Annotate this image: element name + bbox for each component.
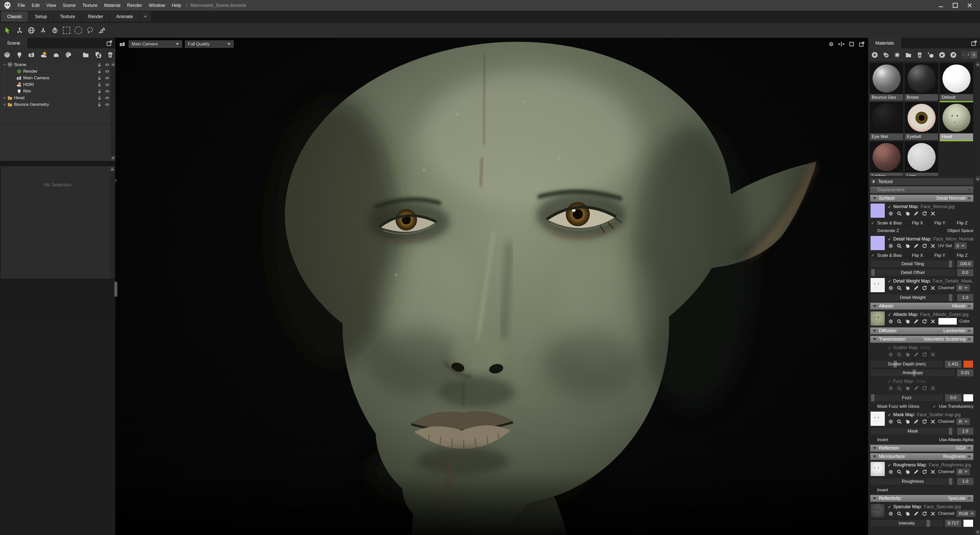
- map-filename[interactable]: Face_Micro_Normal.jp: [933, 237, 974, 242]
- reload-icon[interactable]: [921, 351, 928, 357]
- visibility-icon[interactable]: [105, 102, 110, 107]
- material-brows[interactable]: Brows: [905, 63, 938, 101]
- clear-icon[interactable]: [930, 385, 936, 391]
- lasso-tool[interactable]: [85, 25, 95, 35]
- map-filename[interactable]: Face_Albedo_Green.jpg: [920, 312, 969, 317]
- preview-sphere-icon[interactable]: [904, 511, 911, 517]
- slider-value[interactable]: 0.0: [957, 269, 974, 276]
- map-thumbnail-checker[interactable]: [870, 378, 885, 393]
- section-mode-value[interactable]: GGX: [956, 446, 966, 451]
- slider-track[interactable]: Detail Weight: [870, 294, 955, 302]
- split-view-icon[interactable]: [838, 41, 845, 48]
- popout-panel-icon[interactable]: [971, 40, 977, 46]
- tree-item-bounce-geometry[interactable]: +Bounce Geometry: [0, 101, 115, 108]
- settings-icon[interactable]: [888, 318, 894, 324]
- slider-value[interactable]: 1.0: [957, 428, 974, 435]
- search-icon[interactable]: [896, 419, 902, 425]
- size-plus[interactable]: +: [971, 51, 977, 59]
- material-default[interactable]: Default: [940, 63, 973, 101]
- slider-track[interactable]: Intensity: [870, 519, 943, 527]
- properties-scrollbar[interactable]: [110, 166, 115, 278]
- menu-window[interactable]: Window: [145, 0, 169, 11]
- close-button[interactable]: [966, 2, 974, 9]
- section-mode-value[interactable]: Detail Normals: [936, 195, 966, 201]
- uvset-dropdown[interactable]: 0: [954, 243, 967, 249]
- checkbox-box[interactable]: [905, 253, 910, 258]
- lock-icon[interactable]: [97, 82, 102, 87]
- material-lashes[interactable]: Lashes: [870, 141, 903, 179]
- checkbox-box[interactable]: ✓: [870, 253, 875, 258]
- settings-icon[interactable]: [888, 419, 894, 425]
- slider-value[interactable]: 0.0: [945, 394, 961, 402]
- checkbox-box[interactable]: [928, 221, 932, 225]
- menu-help[interactable]: Help: [169, 0, 185, 11]
- search-icon[interactable]: [896, 318, 902, 324]
- map-thumbnail-normal2[interactable]: [870, 236, 885, 251]
- clear-icon[interactable]: [930, 210, 936, 216]
- map-filename[interactable]: Face_Scatter map.jpg: [917, 412, 961, 418]
- edit-icon[interactable]: [913, 210, 919, 216]
- checkbox-box[interactable]: [932, 437, 937, 442]
- checkbox-box[interactable]: [870, 404, 875, 409]
- checkbox-use-translucency[interactable]: ✓Use Translucency: [932, 404, 974, 409]
- channel-dropdown[interactable]: R: [956, 418, 970, 425]
- visibility-icon[interactable]: [105, 82, 110, 87]
- thumbnail-size-control[interactable]: -/+: [961, 51, 977, 59]
- material-eyeball[interactable]: Eyeball: [905, 102, 938, 140]
- reload-icon[interactable]: [921, 210, 928, 216]
- albedo-color-swatch[interactable]: [938, 318, 957, 325]
- maximize-button[interactable]: [951, 2, 959, 9]
- tree-item-hdri[interactable]: HDRI: [0, 81, 115, 88]
- search-icon[interactable]: [896, 285, 902, 291]
- popout-view-icon[interactable]: [859, 41, 865, 48]
- map-thumbnail-albedo[interactable]: [870, 311, 885, 326]
- checkbox-box[interactable]: ✓: [870, 221, 875, 225]
- reload-icon[interactable]: [921, 318, 928, 324]
- preview-sphere-icon[interactable]: [904, 419, 911, 425]
- tree-expander[interactable]: +: [2, 102, 7, 107]
- edit-icon[interactable]: [913, 285, 919, 291]
- section-header-transmission[interactable]: Transmission:Volumetric Scattering: [870, 336, 974, 343]
- map-enabled-checkbox[interactable]: ✓: [888, 312, 891, 317]
- viewport-settings-icon[interactable]: [828, 41, 835, 48]
- checkbox-scale-&-bias[interactable]: ✓Scale & Bias: [870, 221, 905, 226]
- workspace-tab-render[interactable]: Render: [82, 11, 109, 22]
- map-enabled-checkbox[interactable]: ✓: [888, 504, 891, 510]
- edit-icon[interactable]: [913, 511, 919, 517]
- camera-select-dropdown[interactable]: Main Camera: [129, 40, 182, 48]
- tree-item-render[interactable]: Render: [0, 68, 115, 75]
- slider-track[interactable]: Detail Offset: [870, 269, 955, 276]
- checkbox-box[interactable]: [870, 228, 875, 233]
- clear-icon[interactable]: [930, 318, 936, 324]
- settings-icon[interactable]: [888, 351, 894, 357]
- checkbox-flip-x[interactable]: Flip X: [905, 221, 928, 226]
- reload-icon[interactable]: [921, 285, 928, 291]
- section-header-surface[interactable]: Surface:Detail Normals: [870, 195, 974, 202]
- section-header-reflection[interactable]: Reflection:GGX: [870, 445, 974, 452]
- workspace-tab-setup[interactable]: Setup: [29, 11, 53, 22]
- export-material-icon[interactable]: [950, 51, 957, 59]
- lock-icon[interactable]: [97, 89, 102, 94]
- checkbox-box[interactable]: [870, 487, 875, 492]
- color-swatch[interactable]: [963, 519, 974, 527]
- edit-icon[interactable]: [913, 318, 919, 324]
- duplicate-material-icon[interactable]: [883, 51, 889, 59]
- checkbox-flip-y[interactable]: Flip Y: [928, 253, 950, 258]
- reload-icon[interactable]: [921, 243, 928, 249]
- color-swatch[interactable]: [963, 394, 974, 402]
- new-material-icon[interactable]: [871, 51, 878, 59]
- scene-tree-scrollbar[interactable]: [111, 62, 115, 161]
- scale-tool[interactable]: [38, 25, 48, 35]
- visibility-icon[interactable]: [105, 62, 110, 67]
- section-header-albedo[interactable]: Albedo:Albedo: [870, 303, 974, 310]
- checkbox-invert[interactable]: Invert: [870, 487, 888, 493]
- delete-icon[interactable]: [107, 51, 114, 59]
- map-thumbnail-maskdots[interactable]: [870, 411, 885, 426]
- search-icon[interactable]: [896, 385, 902, 391]
- tree-expander[interactable]: +: [2, 95, 7, 100]
- section-mode-value[interactable]: Roughness: [943, 454, 966, 459]
- checkbox-object-space[interactable]: Object Space: [940, 228, 974, 233]
- checkbox-flip-x[interactable]: Flip X: [905, 253, 928, 258]
- add-camera-icon[interactable]: [28, 51, 35, 59]
- select-tool[interactable]: [3, 25, 13, 35]
